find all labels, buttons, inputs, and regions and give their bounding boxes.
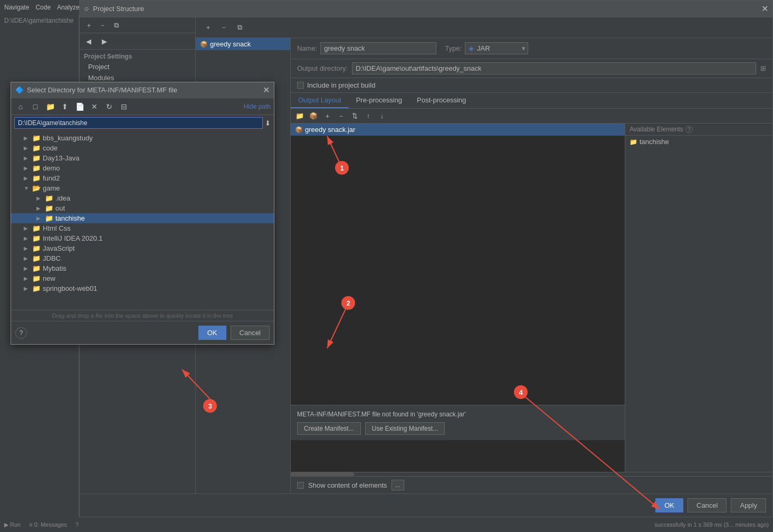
- tree-item-jdbc[interactable]: ▶ 📁 JDBC: [11, 253, 274, 263]
- close-icon[interactable]: ✕: [761, 4, 768, 14]
- tree-item-new[interactable]: ▶ 📁 new: [11, 273, 274, 283]
- content-add-icon[interactable]: ＋: [321, 110, 333, 122]
- content-scrollbar-h[interactable]: [291, 472, 772, 476]
- chevron-down-icon: ▾: [522, 44, 526, 52]
- show-content-extra-button[interactable]: ...: [392, 480, 404, 490]
- scrollbar-thumb-h: [291, 472, 354, 477]
- content-move-icon[interactable]: ⇅: [349, 110, 360, 122]
- sd-new-folder-icon[interactable]: 📁: [44, 101, 56, 112]
- back-icon[interactable]: ◀: [83, 35, 94, 47]
- path-input[interactable]: [14, 117, 263, 129]
- tree-label-htmlcss: Html Css: [43, 224, 71, 232]
- chevron-right-icon: ▶: [36, 205, 43, 211]
- create-manifest-button[interactable]: Create Manifest...: [297, 422, 361, 435]
- tree-label-jdbc: JDBC: [43, 254, 61, 262]
- content-up-icon[interactable]: ↑: [362, 110, 374, 122]
- use-existing-manifest-button[interactable]: Use Existing Manifest...: [365, 422, 445, 435]
- sidebar-item-project[interactable]: Project: [80, 61, 195, 72]
- folder-icon: 📁: [32, 154, 41, 162]
- browse-dir-icon[interactable]: ⊞: [760, 64, 766, 72]
- annotation-2: 2: [341, 296, 355, 310]
- remove-icon[interactable]: －: [97, 20, 108, 31]
- remove-artifact-icon[interactable]: －: [218, 22, 230, 33]
- analyze-menu[interactable]: Analyze: [57, 4, 80, 11]
- tab-postprocessing[interactable]: Post-processing: [409, 93, 473, 108]
- help-icon[interactable]: ?: [15, 327, 27, 339]
- content-jar-icon[interactable]: 📦: [308, 110, 319, 122]
- tree-label-javascript: JavaScript: [43, 244, 75, 252]
- type-dropdown[interactable]: ◈ JAR ▾: [465, 42, 528, 54]
- sd-folder-up-icon[interactable]: ⬆: [59, 101, 71, 112]
- code-menu[interactable]: Code: [35, 4, 51, 11]
- tree-item-tanchishe[interactable]: ▶ 📁 tanchishe: [11, 213, 274, 223]
- path-download-icon[interactable]: ⬇: [265, 119, 271, 127]
- tab-preprocessing[interactable]: Pre-processing: [349, 93, 409, 108]
- content-down-icon[interactable]: ↓: [376, 110, 388, 122]
- tree-item-intellij[interactable]: ▶ 📁 IntelliJ IDEA 2020.1: [11, 233, 274, 243]
- navigate-menu[interactable]: Navigate: [4, 4, 29, 11]
- tree-item-idea[interactable]: ▶ 📁 .idea: [11, 193, 274, 203]
- tree-item-out[interactable]: ▶ 📁 out: [11, 203, 274, 213]
- sd-toolbar: ⌂ □ 📁 ⬆ 📄 ✕ ↻ ⊟ Hide path: [11, 98, 274, 115]
- ok-button[interactable]: OK: [655, 498, 683, 512]
- help-status-icon[interactable]: ?: [75, 521, 79, 528]
- tree-label-new: new: [43, 274, 55, 282]
- chevron-right-icon: ▶: [36, 215, 43, 221]
- tree-item-htmlcss[interactable]: ▶ 📁 Html Css: [11, 223, 274, 233]
- content-remove-icon[interactable]: －: [335, 110, 347, 122]
- select-directory-dialog: 🔷 Select Directory for META-INF/MANIFEST…: [11, 82, 274, 345]
- chevron-right-icon: ▶: [24, 135, 30, 141]
- copy-icon[interactable]: ⧉: [110, 20, 122, 31]
- folder-icon: 📁: [32, 244, 41, 252]
- add-artifact-icon[interactable]: ＋: [202, 22, 214, 33]
- output-dir-input[interactable]: [352, 62, 756, 74]
- name-label: Name:: [297, 44, 317, 52]
- add-icon[interactable]: ＋: [83, 20, 94, 31]
- chevron-right-icon: ▶: [24, 255, 30, 261]
- hide-path-button[interactable]: Hide path: [244, 103, 271, 110]
- show-content-checkbox[interactable]: [297, 482, 304, 489]
- tree-item-code[interactable]: ▶ 📁 code: [11, 143, 274, 153]
- include-build-checkbox[interactable]: [297, 82, 304, 89]
- sd-home-icon[interactable]: ⌂: [14, 101, 27, 112]
- available-item-tanchishe[interactable]: 📁 tanchishe: [625, 136, 772, 148]
- folder-icon: 📁: [32, 164, 41, 172]
- artifact-name: greedy snack: [210, 40, 251, 48]
- content-folder-icon[interactable]: 📁: [294, 110, 306, 122]
- messages-label[interactable]: ≡ 0: Messages: [29, 521, 67, 528]
- artifact-output-name: greedy snack.jar: [305, 126, 355, 134]
- tree-item-demo[interactable]: ▶ 📁 demo: [11, 163, 274, 173]
- sd-close-icon[interactable]: ✕: [263, 85, 270, 95]
- sd-delete-icon[interactable]: ✕: [88, 101, 101, 112]
- sd-refresh-icon[interactable]: ↻: [103, 101, 116, 112]
- tree-item-springboot[interactable]: ▶ 📁 springboot-web01: [11, 283, 274, 293]
- sd-desktop-icon[interactable]: □: [29, 101, 42, 112]
- copy-artifact-icon[interactable]: ⧉: [234, 22, 245, 33]
- tree-item-mybatis[interactable]: ▶ 📁 Mybatis: [11, 263, 274, 273]
- chevron-right-icon: ▶: [24, 225, 30, 231]
- tree-item-day13[interactable]: ▶ 📁 Day13-Java: [11, 153, 274, 163]
- run-label[interactable]: ▶ Run: [4, 521, 21, 528]
- apply-button[interactable]: Apply: [731, 498, 766, 512]
- dialog-bottom-buttons: OK Cancel Apply: [80, 493, 772, 517]
- sd-new-file-icon[interactable]: 📄: [73, 101, 86, 112]
- ps-bottom-row: Show content of elements ...: [291, 476, 772, 493]
- tree-item-bbs[interactable]: ▶ 📁 bbs_kuangstudy: [11, 133, 274, 143]
- chevron-right-icon: ▶: [24, 265, 30, 271]
- sd-cancel-button[interactable]: Cancel: [231, 326, 270, 340]
- tree-label-code: code: [43, 144, 58, 152]
- forward-icon[interactable]: ▶: [99, 35, 110, 47]
- ps-left-toolbar: ＋ － ⧉: [80, 17, 195, 33]
- tab-output-layout[interactable]: Output Layout: [291, 93, 349, 108]
- tree-item-fund2[interactable]: ▶ 📁 fund2: [11, 173, 274, 183]
- directory-tree: ▶ 📁 bbs_kuangstudy ▶ 📁 code ▶ 📁 Day13-Ja…: [11, 131, 274, 310]
- name-input[interactable]: [320, 42, 436, 54]
- sd-ok-button[interactable]: OK: [198, 326, 226, 340]
- cancel-button[interactable]: Cancel: [688, 498, 727, 512]
- artifact-output-item[interactable]: 📦 greedy snack.jar: [291, 124, 625, 136]
- available-help-icon[interactable]: ?: [685, 126, 693, 133]
- sd-collapse-icon[interactable]: ⊟: [118, 101, 130, 112]
- tree-item-javascript[interactable]: ▶ 📁 JavaScript: [11, 243, 274, 253]
- tree-item-game[interactable]: ▼ 📂 game: [11, 183, 274, 193]
- artifact-item[interactable]: 📦 greedy snack: [196, 38, 290, 50]
